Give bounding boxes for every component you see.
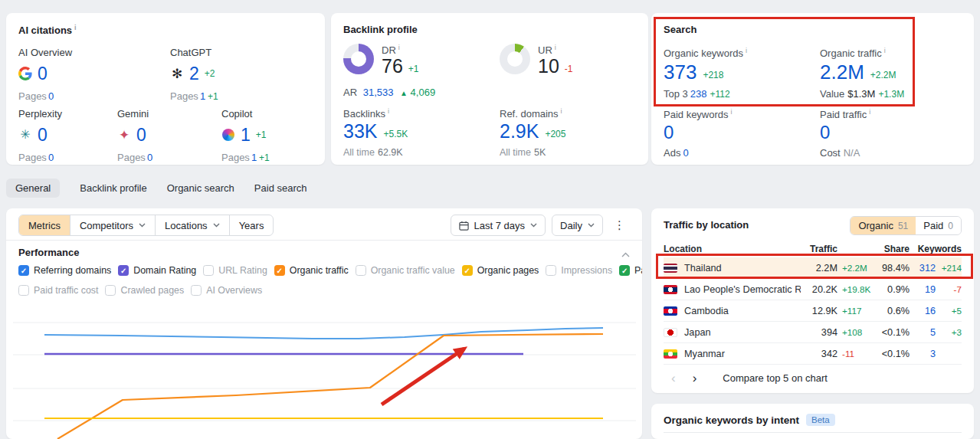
backlinks-label: Backlinks bbox=[343, 108, 385, 120]
table-row-laos[interactable]: Lao People's Democratic Reput 20.2K +19.… bbox=[664, 279, 962, 300]
ads-value-link[interactable]: 0 bbox=[683, 147, 688, 159]
locations-dropdown[interactable]: Locations bbox=[155, 215, 229, 235]
copilot-value[interactable]: 1 bbox=[241, 125, 251, 146]
organic-traffic-value-link[interactable]: 2.2M bbox=[820, 61, 864, 84]
checkbox-organic-traffic[interactable]: Organic traffic bbox=[274, 265, 349, 276]
ar-value-link[interactable]: 31,533 bbox=[363, 87, 394, 98]
info-icon[interactable]: i bbox=[388, 107, 389, 115]
next-page-icon[interactable]: › bbox=[693, 372, 697, 385]
checkbox-crawled-pages[interactable]: Crawled pages bbox=[105, 285, 184, 296]
date-range-picker[interactable]: Last 7 days bbox=[451, 215, 546, 236]
table-row-myanmar[interactable]: Myanmar 342 -11 <0.1% 3 bbox=[664, 343, 962, 365]
table-row-thailand[interactable]: Thailand 2.2M +2.2M 98.4% 312 +214 bbox=[664, 257, 962, 279]
info-icon[interactable]: i bbox=[731, 108, 733, 116]
table-row-japan[interactable]: Japan 394 +108 <0.1% 5 +3 bbox=[664, 322, 962, 343]
ai-item-name: Gemini bbox=[117, 108, 225, 120]
perplexity-value[interactable]: 0 bbox=[38, 125, 48, 146]
info-icon[interactable]: i bbox=[74, 24, 77, 31]
collapse-section-button[interactable] bbox=[621, 248, 630, 260]
traffic-by-location-card: Traffic by location Organic51 Paid0 Loca… bbox=[651, 208, 974, 393]
top3-value-link[interactable]: 238 bbox=[690, 88, 707, 100]
google-icon bbox=[18, 67, 32, 80]
years-button[interactable]: Years bbox=[229, 215, 274, 235]
ref-domains-alltime: All time5K bbox=[500, 147, 546, 158]
checkbox-paid-traffic-cost[interactable]: Paid traffic cost bbox=[18, 285, 98, 296]
paid-keywords-value-link[interactable]: 0 bbox=[664, 122, 674, 143]
tab-paid-search[interactable]: Paid search bbox=[254, 182, 307, 194]
pages-count-link[interactable]: 0 bbox=[147, 152, 152, 163]
metric-checkbox-row: Paid traffic cost Crawled pages AI Overv… bbox=[18, 285, 634, 296]
chevron-down-icon bbox=[530, 223, 537, 228]
traffic-value-row: Value$1.3M+1.3M bbox=[820, 88, 904, 100]
checkbox-organic-traffic-value[interactable]: Organic traffic value bbox=[356, 265, 455, 276]
info-icon[interactable]: i bbox=[869, 108, 870, 116]
paid-keywords-label: Paid keywords bbox=[664, 109, 729, 120]
checkbox-icon bbox=[546, 265, 556, 276]
ai-overview-value[interactable]: 0 bbox=[38, 64, 48, 84]
competitors-dropdown[interactable]: Competitors bbox=[70, 215, 155, 235]
keywords-count-link[interactable]: 16 bbox=[910, 306, 936, 316]
info-icon[interactable]: i bbox=[555, 44, 556, 51]
top3-row: Top 3238+112 bbox=[664, 88, 730, 100]
info-icon[interactable]: i bbox=[561, 107, 562, 115]
japan-flag bbox=[664, 328, 677, 337]
gemini-value[interactable]: 0 bbox=[136, 125, 146, 146]
checkbox-domain-rating[interactable]: Domain Rating bbox=[118, 265, 196, 276]
thailand-flag bbox=[664, 264, 677, 273]
tab-organic-search[interactable]: Organic search bbox=[167, 182, 234, 194]
checkbox-icon bbox=[18, 265, 29, 276]
chevron-up-icon bbox=[621, 252, 630, 257]
chevron-down-icon bbox=[139, 223, 146, 228]
info-icon[interactable]: i bbox=[884, 47, 886, 54]
chevron-down-icon bbox=[588, 223, 595, 228]
backlinks-value-link[interactable]: 33K bbox=[343, 120, 377, 143]
keywords-count-link[interactable]: 312 bbox=[910, 263, 936, 274]
checkbox-icon bbox=[105, 285, 116, 296]
paid-traffic-value-link[interactable]: 0 bbox=[820, 122, 830, 143]
checkbox-ai-overviews[interactable]: AI Overviews bbox=[191, 285, 262, 296]
info-icon[interactable]: i bbox=[398, 44, 400, 51]
checkbox-icon bbox=[18, 285, 29, 296]
pages-count-link[interactable]: 1 bbox=[200, 90, 205, 102]
previous-page-icon[interactable]: ‹ bbox=[671, 372, 676, 385]
keywords-count-link[interactable]: 3 bbox=[910, 349, 936, 359]
checkbox-icon bbox=[274, 265, 285, 276]
keywords-count-link[interactable]: 19 bbox=[910, 284, 936, 295]
checkbox-icon bbox=[191, 285, 202, 296]
keywords-count-link[interactable]: 5 bbox=[910, 327, 936, 338]
ref-domains-label: Ref. domains bbox=[500, 108, 559, 120]
compare-top5-button[interactable]: Compare top 5 on chart bbox=[723, 372, 828, 384]
tab-general[interactable]: General bbox=[6, 179, 60, 198]
line-organic-traffic bbox=[57, 334, 603, 439]
chatgpt-value[interactable]: 2 bbox=[189, 64, 199, 84]
search-card: Search Organic keywordsi 373+218 Top 323… bbox=[651, 13, 974, 165]
search-title: Search bbox=[664, 24, 696, 35]
metrics-button[interactable]: Metrics bbox=[19, 215, 70, 235]
ahrefs-overview-dashboard: AI citationsi AI Overview 0 Pages0 ChatG… bbox=[0, 0, 980, 439]
tab-backlink-profile[interactable]: Backlink profile bbox=[80, 182, 146, 194]
ai-citations-card: AI citationsi AI Overview 0 Pages0 ChatG… bbox=[6, 13, 325, 165]
ai-item-name: ChatGPT bbox=[170, 47, 277, 58]
performance-line-chart[interactable] bbox=[6, 306, 642, 439]
checkbox-organic-pages[interactable]: Organic pages bbox=[462, 265, 539, 276]
granularity-dropdown[interactable]: Daily bbox=[552, 215, 603, 236]
checkbox-url-rating[interactable]: URL Rating bbox=[203, 265, 267, 276]
checkbox-referring-domains[interactable]: Referring domains bbox=[18, 265, 111, 276]
pages-count-link[interactable]: 1 bbox=[251, 152, 257, 163]
cost-row: CostN/A bbox=[820, 147, 860, 159]
info-icon[interactable]: i bbox=[746, 47, 747, 54]
cambodia-flag bbox=[664, 306, 677, 316]
paid-traffic-label: Paid traffic bbox=[820, 109, 867, 120]
table-row-cambodia[interactable]: Cambodia 12.9K +117 0.6% 16 +5 bbox=[664, 300, 962, 322]
checkbox-icon bbox=[203, 265, 214, 276]
pages-count-link[interactable]: 0 bbox=[48, 152, 54, 163]
ur-donut-chart bbox=[500, 44, 530, 74]
ref-domains-value-link[interactable]: 2.9K bbox=[500, 120, 539, 143]
paid-toggle-button[interactable]: Paid0 bbox=[916, 217, 961, 234]
more-options-kebab-icon[interactable]: ⋮ bbox=[609, 218, 630, 232]
organic-toggle-button[interactable]: Organic51 bbox=[851, 217, 916, 234]
organic-keywords-value-link[interactable]: 373 bbox=[664, 61, 696, 84]
pages-count-link[interactable]: 0 bbox=[48, 90, 54, 102]
checkbox-paid-traffic[interactable]: Paid traffic bbox=[619, 265, 642, 276]
checkbox-impressions[interactable]: Impressions bbox=[546, 265, 612, 276]
